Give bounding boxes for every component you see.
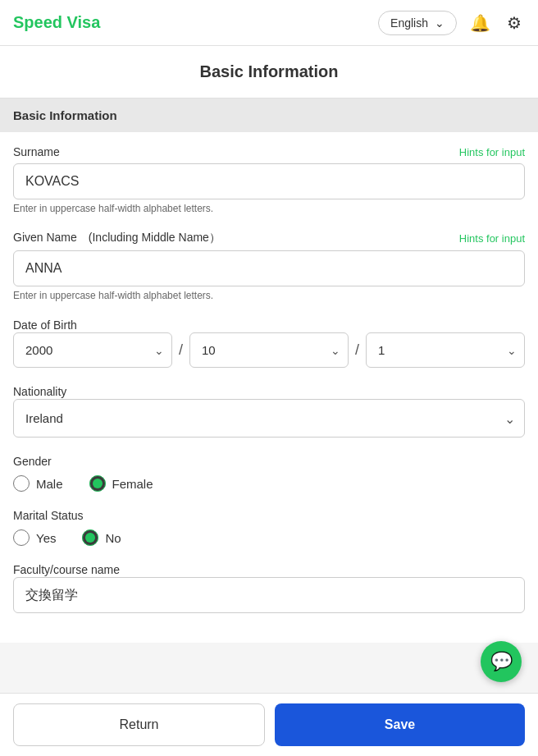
- dob-separator-1: /: [172, 341, 189, 359]
- settings-gear-icon[interactable]: ⚙: [504, 10, 525, 36]
- gender-male-option[interactable]: Male: [13, 475, 63, 492]
- notification-bell-icon[interactable]: 🔔: [467, 10, 494, 36]
- dob-month-wrap: 1 2 3 4 5 6 7 8 9 10 11 12 ⌄: [189, 332, 349, 368]
- nationality-select[interactable]: Ireland Japan USA UK China: [13, 399, 525, 438]
- dob-year-select[interactable]: 2000 1999 1998 2001: [13, 332, 172, 368]
- marital-yes-label: Yes: [36, 531, 56, 545]
- bottom-bar: Return Save: [0, 693, 538, 756]
- language-selector[interactable]: English ⌄: [378, 11, 457, 35]
- gender-radio-group: Male Female: [13, 475, 525, 492]
- gender-label: Gender: [13, 455, 52, 468]
- dob-month-select[interactable]: 1 2 3 4 5 6 7 8 9 10 11 12: [189, 332, 349, 368]
- given-name-input[interactable]: [13, 250, 525, 286]
- content-area: Basic Information Surname Hints for inpu…: [0, 99, 538, 717]
- nationality-field: Nationality Ireland Japan USA UK China ⌄: [13, 384, 525, 438]
- faculty-field: Faculty/course name: [13, 562, 525, 613]
- marital-status-field: Marital Status Yes No: [13, 508, 525, 546]
- surname-field: Surname Hints for input Enter in upperca…: [13, 145, 525, 214]
- nationality-select-wrap: Ireland Japan USA UK China ⌄: [13, 399, 525, 438]
- given-name-hints-link[interactable]: Hints for input: [459, 232, 525, 245]
- chat-bubble-button[interactable]: 💬: [481, 641, 522, 682]
- marital-no-option[interactable]: No: [82, 529, 121, 546]
- faculty-label: Faculty/course name: [13, 563, 120, 576]
- section-header: Basic Information: [0, 99, 538, 132]
- dob-day-select[interactable]: 1 2 3 4 5 6 7 8 9 10 11 12 13 14: [366, 332, 525, 368]
- chat-icon: 💬: [490, 651, 513, 672]
- logo: Speed Visa: [13, 13, 100, 32]
- marital-status-label: Marital Status: [13, 509, 84, 522]
- marital-status-radio-group: Yes No: [13, 529, 525, 546]
- gender-male-radio[interactable]: [13, 475, 30, 492]
- gender-female-radio[interactable]: [89, 475, 106, 492]
- given-name-field-header: Given Name (Including Middle Name） Hints…: [13, 231, 525, 245]
- gender-female-label: Female: [112, 477, 153, 491]
- header: Speed Visa English ⌄ 🔔 ⚙: [0, 0, 538, 46]
- given-name-field: Given Name (Including Middle Name） Hints…: [13, 231, 525, 301]
- dob-label: Date of Birth: [13, 318, 77, 332]
- dob-year-wrap: 2000 1999 1998 2001 ⌄: [13, 332, 172, 368]
- section-title: Basic Information: [13, 108, 117, 122]
- dob-row: 2000 1999 1998 2001 ⌄ / 1 2 3 4 5: [13, 332, 525, 368]
- return-button[interactable]: Return: [13, 703, 265, 746]
- gender-female-option[interactable]: Female: [89, 475, 153, 492]
- surname-label: Surname: [13, 145, 60, 158]
- surname-field-header: Surname Hints for input: [13, 145, 525, 158]
- chevron-down-icon: ⌄: [435, 16, 445, 30]
- nationality-label: Nationality: [13, 385, 66, 398]
- marital-no-label: No: [105, 531, 121, 545]
- dob-day-wrap: 1 2 3 4 5 6 7 8 9 10 11 12 13 14: [366, 332, 525, 368]
- marital-yes-option[interactable]: Yes: [13, 529, 56, 546]
- form-container: Surname Hints for input Enter in upperca…: [0, 132, 538, 643]
- dob-field: Date of Birth 2000 1999 1998 2001 ⌄ / 1 …: [13, 318, 525, 368]
- page-title-bar: Basic Information: [0, 46, 538, 99]
- language-label: English: [390, 16, 428, 30]
- save-button[interactable]: Save: [275, 703, 525, 746]
- header-right: English ⌄ 🔔 ⚙: [378, 10, 525, 36]
- marital-yes-radio[interactable]: [13, 529, 30, 546]
- surname-input[interactable]: [13, 163, 525, 199]
- surname-hint-text: Enter in uppercase half-width alphabet l…: [13, 203, 525, 214]
- given-name-hint-text: Enter in uppercase half-width alphabet l…: [13, 290, 525, 301]
- marital-no-radio[interactable]: [82, 529, 98, 546]
- gender-field: Gender Male Female: [13, 454, 525, 492]
- dob-separator-2: /: [349, 341, 366, 359]
- page-title: Basic Information: [200, 62, 339, 80]
- faculty-input[interactable]: [13, 577, 525, 613]
- surname-hints-link[interactable]: Hints for input: [459, 146, 525, 158]
- given-name-label: Given Name (Including Middle Name）: [13, 231, 221, 245]
- gender-male-label: Male: [36, 477, 63, 491]
